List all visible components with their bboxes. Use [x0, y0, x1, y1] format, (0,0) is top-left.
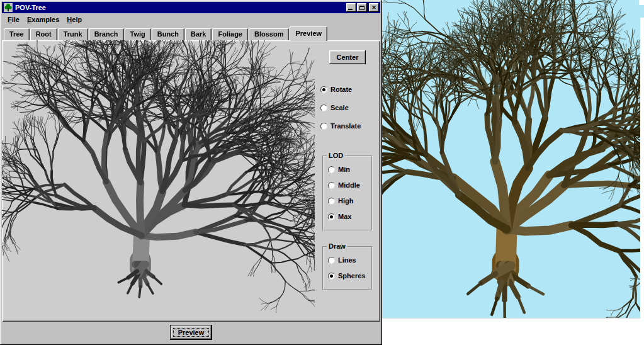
tab-branch[interactable]: Branch [89, 28, 124, 40]
radio-draw-lines-circle[interactable] [328, 257, 335, 264]
radio-rotate[interactable]: Rotate [320, 86, 375, 93]
render-corner [639, 0, 644, 5]
radio-translate-label: Translate [330, 122, 361, 130]
radio-scale-label: Scale [330, 104, 349, 111]
preview-area [2, 40, 315, 322]
window-title: POV-Tree [15, 4, 346, 11]
tab-foliage[interactable]: Foliage [212, 28, 248, 40]
radio-scale[interactable]: Scale [320, 104, 375, 111]
screen: POV-Tree ✕ File Examples Help Tree Root … [0, 0, 644, 345]
radio-lod-middle[interactable]: Middle [328, 181, 367, 189]
radio-lod-max-label: Max [338, 213, 351, 220]
preview-button[interactable]: Preview [171, 325, 212, 339]
radio-lod-high[interactable]: High [328, 197, 367, 205]
app-tree-icon [4, 3, 13, 12]
render-window [382, 0, 644, 345]
radio-lod-min[interactable]: Min [328, 166, 367, 173]
maximize-button[interactable] [357, 3, 367, 12]
tab-tree[interactable]: Tree [4, 28, 30, 40]
radio-draw-spheres[interactable]: Spheres [328, 272, 367, 280]
radio-lod-max-circle[interactable] [328, 213, 335, 220]
center-button[interactable]: Center [329, 50, 366, 64]
tab-bunch[interactable]: Bunch [152, 28, 184, 40]
lod-group-label: LOD [327, 152, 345, 159]
tab-twig[interactable]: Twig [125, 28, 151, 40]
tabbar: Tree Root Trunk Branch Twig Bunch Bark F… [2, 25, 380, 40]
radio-rotate-circle[interactable] [320, 86, 327, 93]
radio-lod-middle-circle[interactable] [328, 182, 335, 189]
radio-translate-circle[interactable] [320, 123, 327, 130]
close-icon: ✕ [371, 5, 376, 11]
menubar: File Examples Help [2, 13, 380, 25]
radio-lod-min-circle[interactable] [328, 166, 335, 173]
menu-file[interactable]: File [4, 14, 23, 25]
close-button[interactable]: ✕ [369, 3, 379, 12]
render-sky [382, 0, 644, 318]
minimize-icon [348, 9, 353, 10]
lod-group: LOD Min Middle High Max [322, 156, 373, 231]
draw-group: Draw Lines Spheres [322, 246, 373, 290]
radio-lod-middle-label: Middle [338, 181, 360, 189]
render-image [382, 0, 644, 318]
menu-help[interactable]: Help [63, 14, 86, 25]
tab-preview[interactable]: Preview [290, 26, 327, 41]
povtree-window: POV-Tree ✕ File Examples Help Tree Root … [0, 0, 382, 345]
tab-bark[interactable]: Bark [185, 28, 212, 40]
tab-blossom[interactable]: Blossom [249, 28, 289, 40]
preview-controls: Center Rotate Scale Translate LOD [315, 40, 380, 322]
tab-trunk[interactable]: Trunk [58, 28, 88, 40]
draw-group-label: Draw [327, 242, 347, 250]
radio-draw-lines-label: Lines [338, 256, 356, 264]
preview-tab-panel: Center Rotate Scale Translate LOD [2, 40, 380, 322]
bottom-strip: Preview [2, 322, 380, 343]
minimize-button[interactable] [346, 3, 356, 12]
radio-draw-lines[interactable]: Lines [328, 256, 367, 264]
radio-draw-spheres-circle[interactable] [328, 273, 335, 280]
render-bottom [382, 318, 644, 345]
radio-lod-min-label: Min [338, 166, 350, 173]
maximize-icon [359, 6, 364, 10]
radio-scale-circle[interactable] [320, 105, 327, 111]
radio-draw-spheres-label: Spheres [338, 272, 365, 280]
window-controls: ✕ [346, 3, 379, 12]
preview-viewport[interactable] [2, 40, 315, 322]
radio-lod-high-circle[interactable] [328, 198, 335, 205]
tab-root[interactable]: Root [30, 28, 57, 40]
titlebar[interactable]: POV-Tree ✕ [2, 2, 380, 13]
radio-lod-high-label: High [338, 197, 353, 205]
render-right-strip [640, 18, 644, 345]
menu-examples[interactable]: Examples [23, 14, 63, 25]
radio-lod-max[interactable]: Max [328, 213, 367, 220]
radio-translate[interactable]: Translate [320, 122, 375, 130]
radio-rotate-label: Rotate [330, 86, 352, 93]
